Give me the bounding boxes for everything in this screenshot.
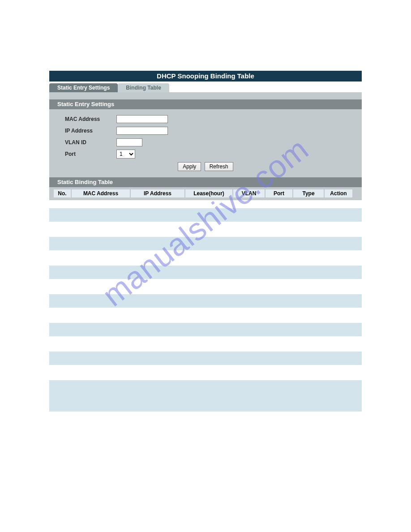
tab-binding-table[interactable]: Binding Table — [118, 83, 169, 92]
binding-table-header: No. MAC Address IP Address Lease(hour) V… — [49, 187, 362, 200]
row-port: Port 1 — [49, 149, 362, 159]
button-row: Apply Refresh — [49, 160, 362, 174]
refresh-button[interactable]: Refresh — [205, 162, 233, 171]
stripe-row — [49, 208, 362, 222]
main-panel: Static Entry Settings MAC Address IP Add… — [49, 92, 362, 200]
panel-gap — [49, 92, 362, 99]
static-entry-form: MAC Address IP Address VLAN ID Port 1 Ap… — [49, 109, 362, 177]
tab-static-entry-settings[interactable]: Static Entry Settings — [49, 83, 118, 92]
stripe-row — [49, 323, 362, 336]
stripe-row — [49, 294, 362, 308]
vlan-id-input[interactable] — [116, 138, 142, 146]
section-static-binding-table: Static Binding Table — [49, 177, 362, 187]
th-port: Port — [265, 189, 292, 197]
tab-label: Binding Table — [126, 85, 161, 91]
label-ip-address: IP Address — [49, 128, 116, 134]
page-title-bar: DHCP Snooping Binding Table — [49, 71, 362, 82]
apply-button[interactable]: Apply — [178, 162, 201, 171]
stripe-row — [49, 380, 362, 412]
mac-address-input[interactable] — [116, 115, 168, 123]
section-title: Static Binding Table — [57, 179, 113, 185]
th-mac: MAC Address — [72, 189, 130, 197]
port-select[interactable]: 1 — [116, 150, 135, 159]
stripe-row — [49, 237, 362, 250]
label-mac-address: MAC Address — [49, 116, 116, 122]
th-ip: IP Address — [131, 189, 184, 197]
section-static-entry-settings: Static Entry Settings — [49, 99, 362, 109]
tab-row: Static Entry Settings Binding Table — [49, 83, 362, 92]
th-type: Type — [293, 189, 324, 197]
row-ip: IP Address — [49, 125, 362, 136]
stripe-row — [49, 266, 362, 279]
row-mac: MAC Address — [49, 114, 362, 124]
row-vlan: VLAN ID — [49, 137, 362, 148]
th-no: No. — [54, 189, 71, 197]
page-title: DHCP Snooping Binding Table — [157, 72, 254, 80]
label-port: Port — [49, 151, 116, 157]
section-title: Static Entry Settings — [57, 101, 114, 107]
th-lease: Lease(hour) — [185, 189, 232, 197]
tab-label: Static Entry Settings — [57, 85, 110, 91]
content-stripes — [49, 200, 362, 412]
ip-address-input[interactable] — [116, 127, 168, 135]
label-vlan-id: VLAN ID — [49, 139, 116, 146]
th-vlan: VLAN — [233, 189, 265, 197]
stripe-row — [49, 352, 362, 365]
th-action: Action — [325, 189, 352, 197]
